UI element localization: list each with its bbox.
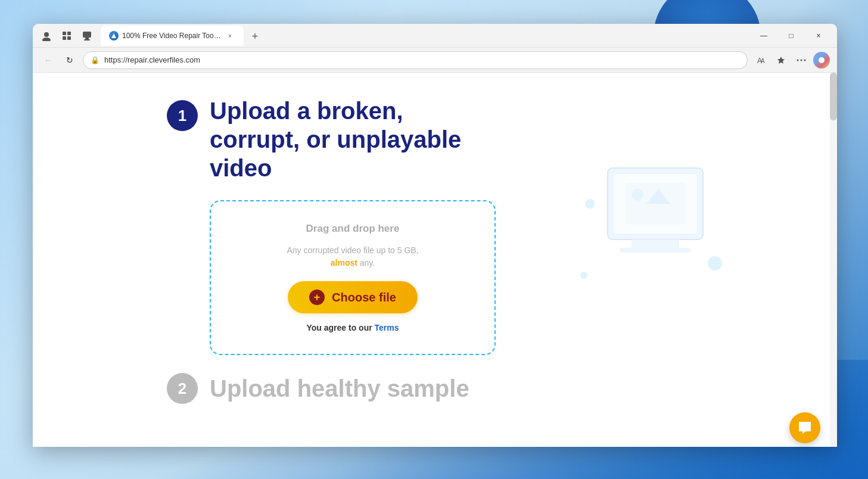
address-actions: A A	[752, 52, 830, 69]
scrollbar-thumb[interactable]	[830, 73, 837, 120]
svg-point-14	[801, 59, 802, 61]
collections-icon[interactable]	[58, 27, 76, 45]
svg-text:A: A	[761, 58, 765, 64]
file-info-text: Any corrupted video file up to 5 GB, alm…	[287, 244, 418, 269]
copilot-icon[interactable]	[813, 52, 830, 69]
profile-icon[interactable]	[38, 27, 55, 45]
svg-point-13	[797, 59, 799, 61]
extensions-icon[interactable]	[78, 27, 96, 45]
svg-point-16	[819, 57, 825, 63]
svg-point-22	[631, 189, 643, 201]
refresh-button[interactable]: ↻	[61, 52, 78, 69]
svg-rect-19	[631, 240, 679, 249]
svg-point-1	[42, 38, 51, 41]
svg-point-15	[804, 59, 806, 61]
favorites-icon[interactable]	[773, 52, 789, 69]
svg-marker-9	[111, 33, 116, 38]
decorative-illustration	[572, 144, 739, 335]
upload-dropzone[interactable]: Drag and drop here Any corrupted video f…	[210, 200, 496, 355]
svg-rect-8	[84, 39, 90, 41]
svg-rect-21	[626, 183, 685, 225]
close-button[interactable]: ×	[805, 26, 832, 45]
window-controls: — □ ×	[750, 26, 832, 45]
title-bar-left: 100% Free Video Repair Tool Onl… × +	[38, 26, 264, 46]
svg-marker-12	[777, 57, 785, 64]
svg-rect-4	[63, 36, 66, 40]
svg-rect-18	[614, 174, 697, 234]
tab-close-button[interactable]: ×	[225, 30, 235, 41]
minimize-button[interactable]: —	[750, 26, 777, 45]
svg-rect-3	[67, 32, 71, 35]
svg-rect-6	[83, 32, 91, 38]
svg-rect-17	[608, 168, 703, 240]
step2-title: Upload healthy sample	[210, 375, 469, 402]
active-tab[interactable]: 100% Free Video Repair Tool Onl… ×	[101, 26, 244, 46]
maximize-button[interactable]: □	[777, 26, 805, 45]
new-tab-button[interactable]: +	[246, 28, 264, 46]
drag-drop-label: Drag and drop here	[306, 223, 400, 235]
terms-link[interactable]: Terms	[375, 323, 399, 332]
svg-point-26	[580, 272, 587, 279]
step2-badge: 2	[167, 373, 198, 404]
svg-rect-2	[63, 32, 66, 35]
lock-icon: 🔒	[91, 56, 99, 64]
plus-icon: +	[309, 290, 325, 305]
step2-header: 2 Upload healthy sample	[167, 373, 469, 404]
chat-bubble-button[interactable]	[789, 412, 820, 443]
browser-window: 100% Free Video Repair Tool Onl… × + — □…	[33, 24, 837, 447]
url-bar[interactable]: 🔒 https://repair.cleverfiles.com	[83, 51, 748, 69]
svg-point-24	[585, 199, 595, 209]
title-bar: 100% Free Video Repair Tool Onl… × + — □…	[33, 24, 837, 48]
tab-favicon	[109, 31, 119, 41]
svg-point-25	[708, 256, 722, 270]
url-text: https://repair.cleverfiles.com	[104, 55, 740, 64]
tab-bar: 100% Free Video Repair Tool Onl… × +	[101, 26, 264, 46]
almost-link[interactable]: almost	[331, 258, 357, 268]
main-container: 1 Upload a broken, corrupt, or unplayabl…	[167, 97, 703, 404]
read-aloud-icon[interactable]: A A	[752, 52, 769, 69]
svg-point-0	[44, 32, 49, 37]
terms-text: You agree to our Terms	[306, 323, 399, 332]
step1-header: 1 Upload a broken, corrupt, or unplayabl…	[167, 97, 461, 182]
svg-rect-5	[67, 36, 71, 40]
step1-title: Upload a broken, corrupt, or unplayable …	[210, 97, 461, 182]
step1-badge: 1	[167, 100, 198, 131]
more-options-icon[interactable]	[793, 52, 810, 69]
address-bar: ← ↻ 🔒 https://repair.cleverfiles.com A A	[33, 48, 837, 73]
scrollbar[interactable]	[830, 73, 837, 447]
tab-title: 100% Free Video Repair Tool Onl…	[122, 32, 221, 40]
svg-rect-20	[620, 248, 691, 253]
back-button[interactable]: ←	[40, 52, 57, 69]
choose-file-label: Choose file	[332, 291, 396, 304]
svg-marker-23	[646, 189, 670, 204]
choose-file-button[interactable]: + Choose file	[288, 281, 418, 313]
page-content: 1 Upload a broken, corrupt, or unplayabl…	[33, 73, 837, 447]
